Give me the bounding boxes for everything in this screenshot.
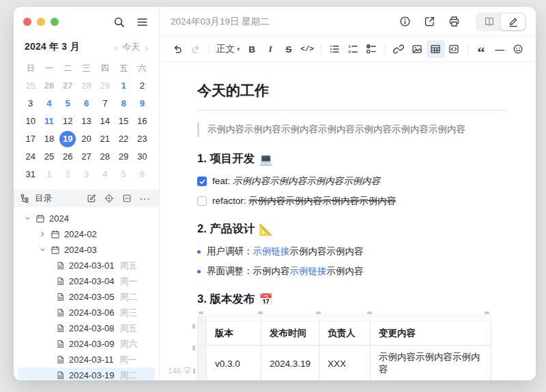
table-col-handle[interactable] bbox=[316, 312, 321, 314]
tree-note-item[interactable]: 2024-03-06 周三 bbox=[18, 305, 155, 320]
table-col-handle[interactable] bbox=[485, 312, 489, 314]
redo-icon[interactable] bbox=[186, 40, 205, 58]
table-row-handle[interactable] bbox=[192, 324, 195, 329]
calendar-day-cell[interactable]: 2 bbox=[59, 166, 77, 183]
minimize-window-button[interactable] bbox=[37, 18, 45, 26]
calendar-day-cell[interactable]: 29 bbox=[114, 148, 132, 165]
task-list-icon[interactable] bbox=[362, 40, 381, 58]
calendar-day-cell[interactable]: 2 bbox=[133, 77, 152, 94]
search-icon[interactable] bbox=[113, 16, 125, 28]
calendar-day-cell[interactable]: 6 bbox=[77, 95, 96, 112]
calendar-day-cell[interactable]: 17 bbox=[21, 130, 40, 147]
tree-note-item[interactable]: 2024-03-09 周六 bbox=[18, 336, 155, 352]
tree-note-item[interactable]: 2024-03-05 周二 bbox=[18, 289, 155, 305]
calendar-day-cell[interactable]: 12 bbox=[59, 112, 77, 130]
calendar-day-cell[interactable]: 15 bbox=[114, 112, 132, 130]
table-header-cell[interactable]: 版本 bbox=[207, 322, 261, 346]
calendar-day-cell[interactable]: 26 bbox=[59, 148, 77, 165]
checkbox-checked[interactable] bbox=[197, 177, 207, 186]
calendar-day-cell[interactable]: 18 bbox=[40, 130, 58, 147]
bullet-list-icon[interactable] bbox=[326, 40, 344, 58]
calendar-day-cell[interactable]: 23 bbox=[133, 130, 152, 147]
more-options-icon[interactable]: ··· bbox=[140, 194, 151, 204]
table-row-handle[interactable] bbox=[192, 346, 195, 350]
new-note-icon[interactable] bbox=[87, 194, 96, 203]
chevron-down-icon[interactable] bbox=[38, 247, 46, 253]
calendar-day-cell[interactable]: 13 bbox=[77, 112, 96, 130]
calendar-day-cell[interactable]: 4 bbox=[96, 166, 114, 183]
horizontal-rule-icon[interactable]: — bbox=[491, 40, 509, 58]
collapse-all-icon[interactable] bbox=[122, 194, 132, 203]
calendar-day-cell[interactable]: 10 bbox=[21, 112, 40, 130]
calendar-day-cell[interactable]: 21 bbox=[96, 130, 114, 147]
calendar-day-cell[interactable]: 26 bbox=[40, 77, 58, 94]
table-add-strip[interactable] bbox=[198, 316, 491, 322]
calendar-day-cell[interactable]: 25 bbox=[40, 148, 58, 165]
calendar-day-cell[interactable]: 1 bbox=[40, 166, 58, 183]
sample-link[interactable]: 示例链接 bbox=[290, 266, 327, 276]
table-header-cell[interactable]: 发布时间 bbox=[261, 322, 319, 346]
calendar-day-cell[interactable]: 16 bbox=[133, 112, 152, 130]
tree-folder-2024-03[interactable]: 2024-03 bbox=[18, 242, 155, 258]
table-cell[interactable]: 2024.3.19 bbox=[261, 346, 319, 381]
checkbox-unchecked[interactable] bbox=[197, 196, 207, 206]
calendar-day-cell[interactable]: 3 bbox=[21, 95, 40, 112]
table-cell[interactable]: 示例内容示例内容示例内容 bbox=[371, 346, 491, 381]
tree-note-item[interactable]: 2024-03-11 周一 bbox=[18, 352, 155, 367]
menu-icon[interactable] bbox=[136, 16, 148, 28]
info-icon[interactable] bbox=[399, 16, 411, 27]
locate-current-icon[interactable] bbox=[104, 194, 114, 203]
calendar-day-cell[interactable]: 28 bbox=[77, 77, 96, 94]
undo-icon[interactable] bbox=[168, 40, 186, 58]
table-header-cell[interactable]: 变更内容 bbox=[371, 322, 491, 346]
calendar-day-cell[interactable]: 5 bbox=[114, 166, 132, 183]
link-icon[interactable] bbox=[390, 40, 408, 58]
close-window-button[interactable] bbox=[23, 18, 31, 26]
italic-button[interactable]: I bbox=[261, 40, 280, 58]
table-cell[interactable]: XXX bbox=[319, 346, 371, 381]
code-block-icon[interactable] bbox=[445, 40, 463, 58]
calendar-day-cell[interactable]: 3 bbox=[77, 166, 96, 183]
emoji-icon[interactable] bbox=[509, 40, 528, 58]
sample-link[interactable]: 示例链接 bbox=[253, 246, 290, 256]
tree-note-item[interactable]: 2024-03-19 周二 bbox=[18, 367, 155, 380]
calendar-next-icon[interactable]: › bbox=[145, 42, 148, 52]
table-gutter[interactable] bbox=[198, 322, 207, 346]
tree-note-item[interactable]: 2024-03-04 周一 bbox=[18, 273, 155, 289]
chevron-right-icon[interactable] bbox=[38, 231, 46, 237]
inline-code-button[interactable]: </> bbox=[298, 40, 317, 58]
zoom-window-button[interactable] bbox=[51, 18, 59, 26]
calendar-day-cell[interactable]: 22 bbox=[114, 130, 132, 147]
calendar-day-cell[interactable]: 20 bbox=[77, 130, 96, 147]
table-col-handle[interactable] bbox=[199, 312, 203, 314]
strikethrough-button[interactable]: S bbox=[280, 40, 298, 58]
calendar-day-cell[interactable]: 19 bbox=[59, 130, 77, 147]
calendar-day-cell[interactable]: 8 bbox=[114, 95, 132, 112]
calendar-prev-icon[interactable]: ‹ bbox=[114, 42, 117, 52]
calendar-day-cell[interactable]: 11 bbox=[40, 112, 58, 130]
table-header-cell[interactable]: 负责人 bbox=[319, 322, 371, 346]
calendar-day-cell[interactable]: 31 bbox=[21, 166, 40, 183]
ordered-list-icon[interactable]: 12 bbox=[344, 40, 362, 58]
edit-mode-icon[interactable] bbox=[501, 14, 525, 30]
bold-button[interactable]: B bbox=[243, 40, 261, 58]
calendar-day-cell[interactable]: 25 bbox=[21, 77, 40, 94]
calendar-day-cell[interactable]: 29 bbox=[96, 77, 114, 94]
calendar-day-cell[interactable]: 30 bbox=[133, 148, 152, 165]
reading-mode-icon[interactable] bbox=[477, 14, 501, 30]
calendar-day-cell[interactable]: 28 bbox=[96, 148, 114, 165]
calendar-day-cell[interactable]: 7 bbox=[96, 95, 114, 112]
paragraph-style-dropdown[interactable]: 正文 ▾ bbox=[214, 40, 243, 58]
calendar-day-cell[interactable]: 4 bbox=[40, 95, 58, 112]
export-icon[interactable] bbox=[424, 16, 435, 27]
chevron-down-icon[interactable] bbox=[23, 215, 31, 222]
calendar-day-cell[interactable]: 14 bbox=[96, 112, 114, 130]
editor-content[interactable]: 今天的工作 示例内容示例内容示例内容示例内容示例内容示例内容示例内容 1. 项目… bbox=[160, 62, 536, 380]
calendar-day-cell[interactable]: 24 bbox=[21, 148, 40, 165]
calendar-day-cell[interactable]: 1 bbox=[114, 77, 132, 94]
table-cell[interactable]: v0.3.0 bbox=[207, 346, 261, 381]
table-gutter[interactable] bbox=[198, 346, 207, 381]
calendar-day-cell[interactable]: 5 bbox=[59, 95, 77, 112]
calendar-today-button[interactable]: 今天 bbox=[122, 41, 140, 53]
table-col-handle[interactable] bbox=[258, 312, 263, 314]
